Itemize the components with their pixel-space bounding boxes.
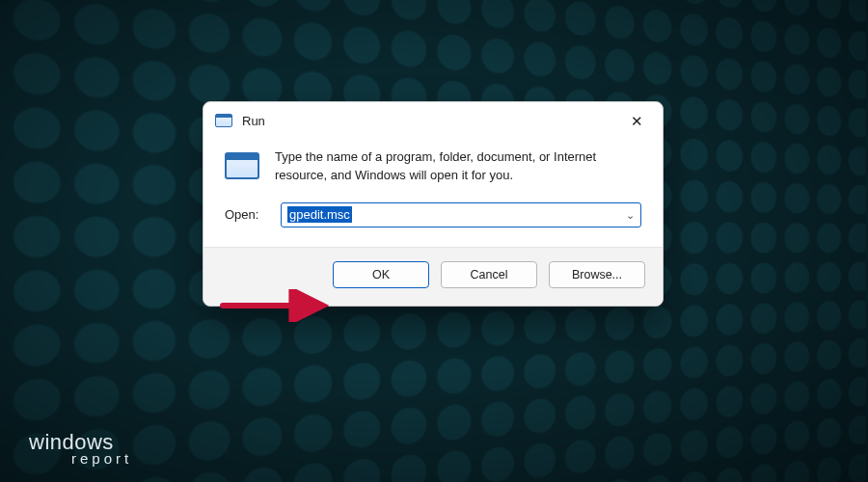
- watermark-line1: windows: [29, 433, 132, 452]
- chevron-down-icon: ⌄: [626, 208, 635, 221]
- open-label: Open:: [225, 207, 267, 222]
- run-icon: [225, 152, 259, 179]
- open-input[interactable]: gpedit.msc ⌄: [281, 202, 641, 228]
- dialog-body: Type the name of a program, folder, docu…: [203, 139, 663, 193]
- close-button[interactable]: ✕: [620, 106, 653, 135]
- cancel-button[interactable]: Cancel: [441, 261, 537, 288]
- window-title: Run: [242, 114, 620, 128]
- watermark: windows report: [29, 433, 132, 465]
- run-dialog: Run ✕ Type the name of a program, folder…: [203, 101, 664, 307]
- run-title-icon: [215, 114, 232, 127]
- close-icon: ✕: [631, 114, 643, 128]
- browse-button[interactable]: Browse...: [549, 261, 645, 288]
- watermark-line2: report: [71, 452, 132, 466]
- open-input-value: gpedit.msc: [287, 206, 352, 224]
- open-row: Open: gpedit.msc ⌄: [203, 193, 663, 247]
- button-row: OK Cancel Browse...: [203, 247, 663, 306]
- ok-button[interactable]: OK: [333, 261, 429, 288]
- titlebar[interactable]: Run ✕: [203, 102, 663, 139]
- dialog-description: Type the name of a program, folder, docu…: [275, 148, 641, 185]
